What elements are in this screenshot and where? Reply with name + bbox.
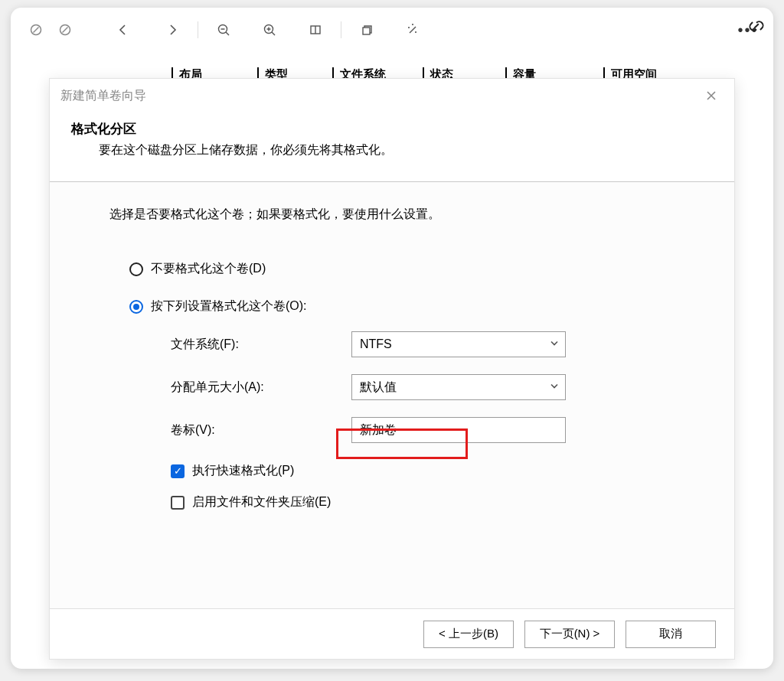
- cancel-button[interactable]: 取消: [626, 621, 716, 648]
- forward-arrow-icon[interactable]: [161, 18, 184, 41]
- radio-no-format[interactable]: 不要格式化这个卷(D): [56, 261, 728, 277]
- separator: [341, 21, 341, 38]
- hero-subtitle: 要在这个磁盘分区上储存数据，你必须先将其格式化。: [71, 142, 713, 158]
- stop-icon[interactable]: [24, 18, 47, 41]
- checkbox-label: 执行快速格式化(P): [192, 463, 294, 479]
- hero-title: 格式化分区: [71, 120, 713, 138]
- radio-format[interactable]: 按下列设置格式化这个卷(O):: [56, 298, 728, 314]
- close-icon[interactable]: [699, 83, 724, 108]
- dialog-footer: < 上一步(B) 下一页(N) > 取消: [50, 608, 734, 659]
- zoom-out-icon[interactable]: [212, 18, 235, 41]
- format-fields: 文件系统(F): NTFS 分配单元大小(A): 默认值 卷标(V): 新: [56, 331, 728, 443]
- svg-line-8: [272, 32, 275, 35]
- select-value: 默认值: [360, 380, 397, 396]
- checkbox-icon[interactable]: [171, 496, 185, 510]
- volume-label-label: 卷标(V):: [171, 422, 339, 438]
- stop2-icon[interactable]: [54, 18, 77, 41]
- checkbox-label: 启用文件和文件夹压缩(E): [192, 494, 331, 510]
- dialog-body: 选择是否要格式化这个卷；如果要格式化，要使用什么设置。 不要格式化这个卷(D) …: [50, 182, 734, 608]
- enable-compress-row[interactable]: 启用文件和文件夹压缩(E): [56, 494, 728, 510]
- filesystem-select[interactable]: NTFS: [351, 331, 566, 357]
- external-link-icon[interactable]: [747, 17, 766, 37]
- chevron-down-icon: [550, 339, 559, 350]
- fit-width-icon[interactable]: [304, 18, 327, 41]
- quick-format-row[interactable]: ✓ 执行快速格式化(P): [56, 463, 728, 479]
- back-arrow-icon[interactable]: [112, 18, 135, 41]
- dialog-titlebar: 新建简单卷向导: [50, 79, 734, 112]
- next-button[interactable]: 下一页(N) >: [524, 621, 615, 648]
- alloc-select[interactable]: 默认值: [351, 374, 566, 400]
- chevron-down-icon: [550, 382, 559, 393]
- separator: [198, 21, 198, 38]
- volume-label-input[interactable]: 新加卷: [351, 417, 566, 443]
- svg-line-5: [226, 32, 229, 35]
- body-intro: 选择是否要格式化这个卷；如果要格式化，要使用什么设置。: [56, 207, 728, 223]
- svg-line-1: [34, 28, 39, 33]
- wizard-dialog: 新建简单卷向导 格式化分区 要在这个磁盘分区上储存数据，你必须先将其格式化。 选…: [49, 78, 735, 660]
- dialog-hero: 格式化分区 要在这个磁盘分区上储存数据，你必须先将其格式化。: [50, 112, 734, 177]
- viewer-toolbar: •••: [11, 8, 773, 52]
- back-button[interactable]: < 上一步(B): [423, 621, 514, 648]
- radio-icon[interactable]: [129, 262, 143, 276]
- radio-icon[interactable]: [129, 300, 143, 314]
- zoom-in-icon[interactable]: [258, 18, 281, 41]
- filesystem-label: 文件系统(F):: [171, 337, 339, 353]
- magic-icon[interactable]: [401, 18, 424, 41]
- select-value: NTFS: [360, 337, 392, 351]
- input-value: 新加卷: [360, 422, 397, 438]
- checkbox-icon[interactable]: ✓: [171, 464, 185, 478]
- radio-label: 按下列设置格式化这个卷(O):: [151, 298, 307, 314]
- dialog-title: 新建简单卷向导: [60, 88, 146, 104]
- svg-rect-13: [363, 28, 370, 34]
- copy-icon[interactable]: [355, 18, 378, 41]
- alloc-label: 分配单元大小(A):: [171, 380, 339, 396]
- radio-label: 不要格式化这个卷(D): [151, 261, 266, 277]
- viewer-frame: ••• 布局 类型 文件系统 状态 容量 可用空间 新建简单卷向导 格式化分区 …: [11, 8, 773, 669]
- svg-line-3: [63, 28, 68, 33]
